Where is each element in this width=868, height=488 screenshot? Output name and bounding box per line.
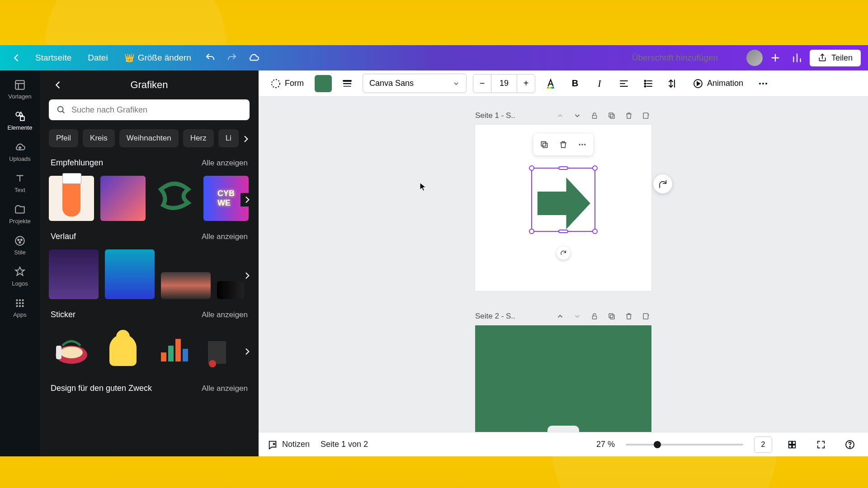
undo-button[interactable] — [201, 49, 219, 67]
page-label[interactable]: Seite 2 - S.. — [475, 312, 548, 321]
resize-handle[interactable] — [592, 165, 598, 171]
sticker-thumb[interactable] — [203, 328, 231, 373]
see-all-gradient[interactable]: Alle anzeigen — [202, 232, 248, 241]
chips-next-icon[interactable] — [240, 133, 252, 145]
back-icon[interactable] — [7, 49, 25, 67]
rail-uploads[interactable]: Uploads — [0, 136, 40, 168]
rail-logos[interactable]: Logos — [0, 261, 40, 292]
design-title-input[interactable] — [628, 51, 743, 65]
redo-button[interactable] — [223, 49, 241, 67]
zoom-slider[interactable] — [626, 444, 743, 446]
border-style-button[interactable] — [338, 75, 356, 93]
gradient-thumb[interactable] — [105, 249, 155, 299]
font-family-select[interactable]: Canva Sans — [363, 74, 467, 93]
text-color-button[interactable] — [542, 75, 560, 93]
page-indicator[interactable]: Seite 1 von 2 — [321, 440, 368, 449]
rail-text[interactable]: Text — [0, 168, 40, 199]
font-size-minus[interactable]: − — [473, 75, 491, 93]
list-button[interactable] — [639, 75, 657, 93]
font-size-stepper[interactable]: − + — [473, 74, 535, 93]
see-all-good-cause[interactable]: Alle anzeigen — [202, 384, 248, 393]
page-1-canvas[interactable] — [475, 125, 651, 291]
rail-templates[interactable]: Vorlagen — [0, 74, 40, 105]
zoom-knob[interactable] — [654, 441, 661, 448]
chip-kreis[interactable]: Kreis — [83, 129, 115, 147]
font-size-plus[interactable]: + — [517, 75, 535, 93]
zoom-label[interactable]: 27 % — [596, 440, 615, 449]
font-size-input[interactable] — [491, 75, 517, 93]
help-button[interactable] — [841, 436, 859, 454]
bold-button[interactable]: B — [566, 75, 584, 93]
cloud-sync-icon[interactable] — [245, 49, 263, 67]
italic-button[interactable]: I — [590, 75, 609, 93]
add-member-button[interactable] — [766, 49, 784, 67]
sticker-thumb[interactable] — [49, 328, 94, 373]
page-down-icon[interactable] — [572, 110, 583, 121]
row-next-icon[interactable] — [241, 345, 254, 358]
page-up-icon[interactable] — [555, 311, 566, 322]
rotate-handle[interactable] — [557, 246, 570, 260]
page-label[interactable]: Seite 1 - S.. — [475, 111, 548, 120]
delete-page-icon[interactable] — [623, 110, 634, 121]
rail-elements[interactable]: Elemente — [0, 105, 40, 136]
page-2-canvas[interactable] — [475, 325, 651, 432]
resize-handle[interactable] — [529, 229, 534, 234]
resize-handle[interactable] — [592, 229, 598, 234]
chip-linie[interactable]: Li — [218, 129, 239, 147]
chip-pfeil[interactable]: Pfeil — [49, 129, 78, 147]
row-next-icon[interactable] — [241, 269, 254, 282]
resize-handle[interactable] — [529, 165, 534, 171]
align-button[interactable] — [615, 75, 633, 93]
add-page-icon[interactable] — [641, 311, 651, 322]
chip-herz[interactable]: Herz — [183, 129, 214, 147]
grid-view-button[interactable] — [783, 436, 801, 454]
insights-button[interactable] — [788, 49, 806, 67]
chip-weihnachten[interactable]: Weihnachten — [119, 129, 179, 147]
page-up-icon[interactable] — [555, 110, 566, 121]
share-button[interactable]: Teilen — [810, 50, 861, 66]
file-menu[interactable]: Datei — [81, 49, 114, 66]
delete-page-icon[interactable] — [623, 311, 634, 322]
fill-color-swatch[interactable] — [315, 75, 332, 92]
add-page-icon[interactable] — [641, 110, 651, 121]
gradient-thumb[interactable] — [161, 272, 211, 299]
sticker-thumb[interactable] — [100, 328, 146, 373]
delete-element-icon[interactable] — [555, 136, 571, 153]
resize-button[interactable]: 👑 Größe ändern — [118, 49, 198, 66]
duplicate-page-icon[interactable] — [606, 311, 617, 322]
resize-handle[interactable] — [558, 230, 568, 233]
graphic-thumb[interactable] — [152, 176, 197, 221]
canvas-area[interactable]: Seite 1 - S.. — [259, 97, 868, 432]
avatar[interactable] — [746, 50, 763, 66]
graphic-thumb[interactable] — [49, 176, 94, 221]
search-input-wrap[interactable] — [49, 99, 250, 120]
notes-button[interactable]: Notizen — [268, 440, 310, 450]
lock-page-icon[interactable] — [589, 311, 600, 322]
selection-box[interactable] — [531, 168, 595, 232]
gradient-thumb[interactable] — [49, 249, 99, 299]
gradient-thumb[interactable] — [217, 281, 244, 299]
regenerate-button[interactable] — [653, 174, 672, 193]
rail-apps[interactable]: Apps — [0, 292, 40, 324]
lock-page-icon[interactable] — [589, 110, 600, 121]
spacing-button[interactable] — [664, 75, 682, 93]
more-element-icon[interactable] — [574, 136, 590, 153]
see-all-sticker[interactable]: Alle anzeigen — [202, 310, 248, 319]
page-expand-handle[interactable] — [547, 426, 579, 432]
arrow-shape[interactable] — [534, 174, 593, 233]
sticker-thumb[interactable] — [152, 328, 197, 373]
graphic-thumb[interactable] — [100, 176, 146, 221]
fullscreen-button[interactable] — [812, 436, 830, 454]
rail-styles[interactable]: Stile — [0, 230, 40, 261]
duplicate-element-icon[interactable] — [536, 136, 552, 153]
search-input[interactable] — [71, 105, 242, 115]
home-link[interactable]: Startseite — [29, 49, 78, 66]
see-all-recommended[interactable]: Alle anzeigen — [202, 159, 248, 168]
page-count-box[interactable]: 2 — [754, 436, 772, 453]
page-down-icon[interactable] — [572, 311, 583, 322]
form-button[interactable]: Form — [266, 75, 308, 93]
duplicate-page-icon[interactable] — [606, 110, 617, 121]
panel-back-button[interactable] — [51, 78, 65, 92]
rail-projects[interactable]: Projekte — [0, 199, 40, 230]
row-next-icon[interactable] — [241, 193, 254, 206]
